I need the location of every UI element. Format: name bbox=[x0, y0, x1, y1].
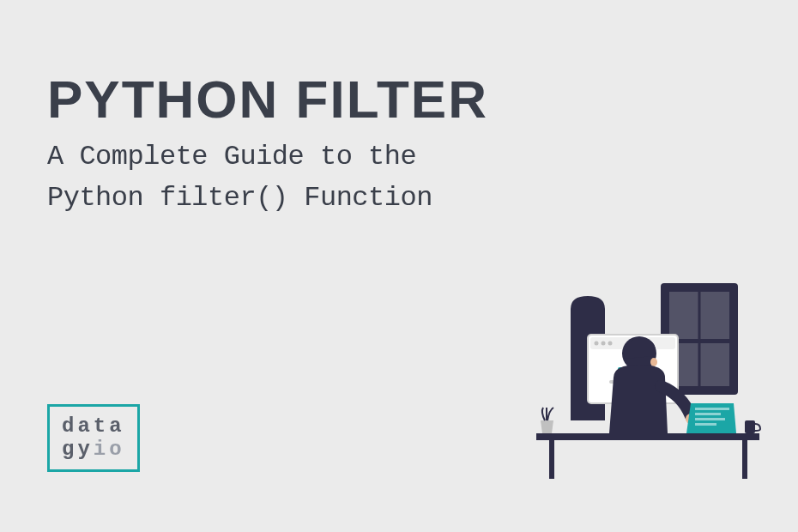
svg-rect-20 bbox=[695, 408, 729, 410]
logo-line-1: data bbox=[62, 414, 125, 438]
developer-illustration bbox=[523, 283, 764, 489]
svg-point-9 bbox=[595, 342, 599, 346]
brand-logo: data gyio bbox=[47, 404, 140, 472]
logo-line-2-part-1: gy bbox=[62, 438, 94, 461]
svg-point-10 bbox=[602, 342, 606, 346]
svg-rect-22 bbox=[695, 418, 725, 420]
svg-rect-21 bbox=[695, 413, 721, 415]
svg-rect-23 bbox=[695, 423, 716, 426]
svg-point-18 bbox=[650, 358, 657, 366]
logo-text: data gyio bbox=[62, 415, 125, 461]
subtitle-line-1: A Complete Guide to the bbox=[47, 141, 416, 172]
page-subtitle: A Complete Guide to the Python filter() … bbox=[47, 136, 751, 219]
page-title: PYTHON FILTER bbox=[47, 73, 751, 126]
logo-line-2-part-2: io bbox=[94, 438, 125, 461]
svg-rect-6 bbox=[742, 440, 747, 479]
svg-point-11 bbox=[608, 342, 613, 346]
svg-rect-24 bbox=[745, 420, 755, 433]
svg-rect-5 bbox=[549, 440, 554, 479]
svg-rect-4 bbox=[536, 433, 759, 440]
subtitle-line-2: Python filter() Function bbox=[47, 182, 432, 214]
